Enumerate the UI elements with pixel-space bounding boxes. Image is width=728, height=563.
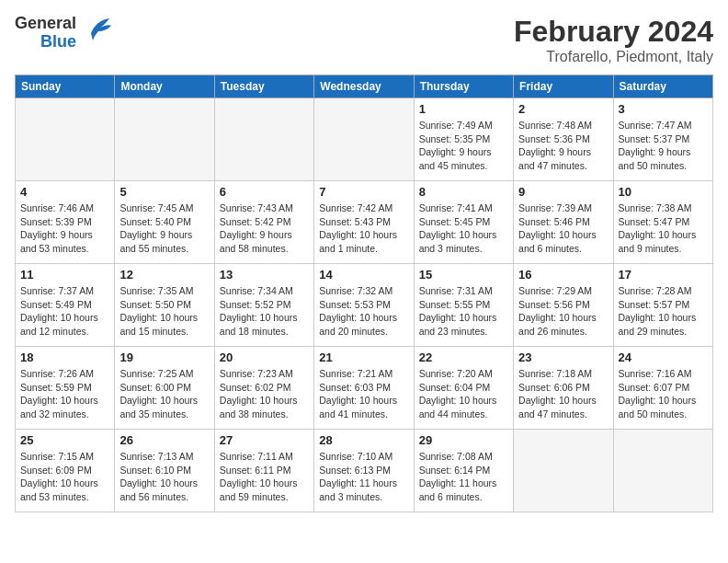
day-info: Sunrise: 7:37 AM Sunset: 5:49 PM Dayligh… (20, 284, 109, 339)
calendar-cell: 26Sunrise: 7:13 AM Sunset: 6:10 PM Dayli… (115, 430, 214, 512)
col-header-wednesday: Wednesday (314, 75, 414, 98)
col-header-monday: Monday (115, 75, 214, 98)
calendar-cell: 17Sunrise: 7:28 AM Sunset: 5:57 PM Dayli… (613, 264, 712, 347)
calendar-cell: 6Sunrise: 7:43 AM Sunset: 5:42 PM Daylig… (214, 181, 313, 264)
calendar-cell (613, 430, 712, 512)
calendar-cell: 29Sunrise: 7:08 AM Sunset: 6:14 PM Dayli… (414, 430, 513, 512)
day-info: Sunrise: 7:41 AM Sunset: 5:45 PM Dayligh… (419, 201, 508, 256)
day-number: 17 (619, 268, 708, 282)
day-number: 25 (20, 433, 109, 447)
calendar-cell: 19Sunrise: 7:25 AM Sunset: 6:00 PM Dayli… (115, 347, 214, 430)
day-info: Sunrise: 7:42 AM Sunset: 5:43 PM Dayligh… (319, 201, 408, 256)
day-number: 15 (419, 268, 508, 282)
calendar-cell: 8Sunrise: 7:41 AM Sunset: 5:45 PM Daylig… (414, 181, 513, 264)
location-title: Trofarello, Piedmont, Italy (514, 49, 713, 65)
day-number: 8 (419, 185, 508, 199)
day-info: Sunrise: 7:28 AM Sunset: 5:57 PM Dayligh… (619, 284, 708, 339)
day-info: Sunrise: 7:25 AM Sunset: 6:00 PM Dayligh… (119, 367, 209, 421)
day-number: 24 (619, 350, 708, 364)
calendar-cell: 27Sunrise: 7:11 AM Sunset: 6:11 PM Dayli… (214, 430, 313, 512)
col-header-tuesday: Tuesday (214, 75, 313, 98)
calendar-week-3: 11Sunrise: 7:37 AM Sunset: 5:49 PM Dayli… (16, 264, 713, 347)
day-number: 22 (419, 350, 508, 364)
calendar-cell: 24Sunrise: 7:16 AM Sunset: 6:07 PM Dayli… (613, 347, 712, 430)
day-info: Sunrise: 7:29 AM Sunset: 5:56 PM Dayligh… (518, 284, 608, 339)
calendar-cell: 20Sunrise: 7:23 AM Sunset: 6:02 PM Dayli… (214, 347, 313, 430)
day-info: Sunrise: 7:21 AM Sunset: 6:03 PM Dayligh… (319, 367, 408, 421)
calendar-cell: 18Sunrise: 7:26 AM Sunset: 5:59 PM Dayli… (16, 347, 115, 430)
day-info: Sunrise: 7:49 AM Sunset: 5:35 PM Dayligh… (419, 119, 508, 173)
day-info: Sunrise: 7:10 AM Sunset: 6:13 PM Dayligh… (319, 450, 408, 504)
day-number: 4 (20, 185, 109, 199)
calendar-cell: 5Sunrise: 7:45 AM Sunset: 5:40 PM Daylig… (115, 181, 214, 264)
calendar-cell: 1Sunrise: 7:49 AM Sunset: 5:35 PM Daylig… (414, 98, 513, 181)
col-header-sunday: Sunday (16, 75, 115, 98)
day-info: Sunrise: 7:45 AM Sunset: 5:40 PM Dayligh… (119, 201, 209, 256)
calendar-cell: 16Sunrise: 7:29 AM Sunset: 5:56 PM Dayli… (514, 264, 613, 347)
calendar-cell: 2Sunrise: 7:48 AM Sunset: 5:36 PM Daylig… (514, 98, 613, 181)
logo-general-text: General (15, 15, 76, 33)
title-area: February 2024 Trofarello, Piedmont, Ital… (514, 15, 713, 65)
calendar-cell (16, 98, 115, 181)
day-number: 20 (220, 350, 309, 364)
day-info: Sunrise: 7:26 AM Sunset: 5:59 PM Dayligh… (20, 367, 109, 421)
day-number: 3 (619, 102, 708, 116)
calendar-header-row: SundayMondayTuesdayWednesdayThursdayFrid… (16, 75, 713, 98)
day-number: 19 (119, 350, 209, 364)
day-number: 12 (119, 268, 209, 282)
logo: General Blue (15, 15, 111, 52)
logo-bird-icon (82, 17, 111, 46)
day-info: Sunrise: 7:20 AM Sunset: 6:04 PM Dayligh… (419, 367, 508, 421)
calendar-cell: 21Sunrise: 7:21 AM Sunset: 6:03 PM Dayli… (314, 347, 414, 430)
day-number: 2 (518, 102, 608, 116)
calendar-cell: 25Sunrise: 7:15 AM Sunset: 6:09 PM Dayli… (16, 430, 115, 512)
day-number: 13 (220, 268, 309, 282)
day-info: Sunrise: 7:48 AM Sunset: 5:36 PM Dayligh… (518, 119, 608, 173)
day-number: 6 (220, 185, 309, 199)
day-number: 16 (518, 268, 608, 282)
calendar-week-5: 25Sunrise: 7:15 AM Sunset: 6:09 PM Dayli… (16, 430, 713, 512)
day-info: Sunrise: 7:15 AM Sunset: 6:09 PM Dayligh… (20, 450, 109, 504)
day-number: 9 (518, 185, 608, 199)
calendar-cell (115, 98, 214, 181)
calendar-cell: 10Sunrise: 7:38 AM Sunset: 5:47 PM Dayli… (613, 181, 712, 264)
day-number: 29 (419, 433, 508, 447)
calendar-cell: 15Sunrise: 7:31 AM Sunset: 5:55 PM Dayli… (414, 264, 513, 347)
calendar-cell (214, 98, 313, 181)
calendar-cell: 22Sunrise: 7:20 AM Sunset: 6:04 PM Dayli… (414, 347, 513, 430)
col-header-saturday: Saturday (613, 75, 712, 98)
day-info: Sunrise: 7:39 AM Sunset: 5:46 PM Dayligh… (518, 201, 608, 256)
day-number: 18 (20, 350, 109, 364)
day-number: 23 (518, 350, 608, 364)
day-info: Sunrise: 7:32 AM Sunset: 5:53 PM Dayligh… (319, 284, 408, 339)
day-info: Sunrise: 7:13 AM Sunset: 6:10 PM Dayligh… (119, 450, 209, 504)
day-info: Sunrise: 7:31 AM Sunset: 5:55 PM Dayligh… (419, 284, 508, 339)
calendar-cell: 7Sunrise: 7:42 AM Sunset: 5:43 PM Daylig… (314, 181, 414, 264)
logo-blue-text: Blue (40, 33, 76, 52)
calendar-cell: 4Sunrise: 7:46 AM Sunset: 5:39 PM Daylig… (16, 181, 115, 264)
calendar-cell: 13Sunrise: 7:34 AM Sunset: 5:52 PM Dayli… (214, 264, 313, 347)
calendar-cell: 11Sunrise: 7:37 AM Sunset: 5:49 PM Dayli… (16, 264, 115, 347)
day-number: 10 (619, 185, 708, 199)
month-title: February 2024 (514, 15, 713, 49)
calendar-cell: 9Sunrise: 7:39 AM Sunset: 5:46 PM Daylig… (514, 181, 613, 264)
day-number: 14 (319, 268, 408, 282)
calendar-cell: 23Sunrise: 7:18 AM Sunset: 6:06 PM Dayli… (514, 347, 613, 430)
calendar-cell: 14Sunrise: 7:32 AM Sunset: 5:53 PM Dayli… (314, 264, 414, 347)
day-info: Sunrise: 7:47 AM Sunset: 5:37 PM Dayligh… (619, 119, 708, 173)
day-info: Sunrise: 7:34 AM Sunset: 5:52 PM Dayligh… (220, 284, 309, 339)
day-number: 26 (119, 433, 209, 447)
day-number: 27 (220, 433, 309, 447)
day-info: Sunrise: 7:35 AM Sunset: 5:50 PM Dayligh… (119, 284, 209, 339)
day-info: Sunrise: 7:08 AM Sunset: 6:14 PM Dayligh… (419, 450, 508, 504)
day-info: Sunrise: 7:43 AM Sunset: 5:42 PM Dayligh… (220, 201, 309, 256)
calendar-week-4: 18Sunrise: 7:26 AM Sunset: 5:59 PM Dayli… (16, 347, 713, 430)
day-info: Sunrise: 7:38 AM Sunset: 5:47 PM Dayligh… (619, 201, 708, 256)
calendar-cell (314, 98, 414, 181)
day-info: Sunrise: 7:46 AM Sunset: 5:39 PM Dayligh… (20, 201, 109, 256)
calendar-cell: 12Sunrise: 7:35 AM Sunset: 5:50 PM Dayli… (115, 264, 214, 347)
page-header: General Blue February 2024 Trofarello, P… (15, 15, 713, 65)
day-info: Sunrise: 7:11 AM Sunset: 6:11 PM Dayligh… (220, 450, 309, 504)
col-header-friday: Friday (514, 75, 613, 98)
day-number: 28 (319, 433, 408, 447)
